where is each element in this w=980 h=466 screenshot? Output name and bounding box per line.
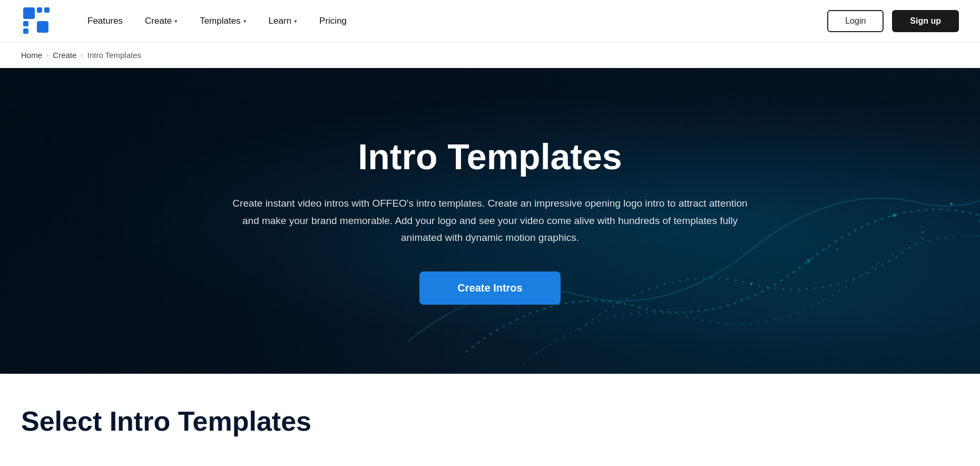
bottom-section: Select Intro Templates bbox=[0, 374, 980, 466]
breadcrumb-current: Intro Templates bbox=[87, 51, 141, 60]
svg-point-7 bbox=[922, 231, 924, 234]
nav-links: Features Create ▾ Templates ▾ Learn ▾ Pr… bbox=[79, 12, 827, 31]
logo[interactable] bbox=[21, 5, 53, 37]
svg-point-10 bbox=[807, 259, 810, 263]
hero-description: Create instant video intros with OFFEO's… bbox=[232, 195, 748, 246]
breadcrumb-home[interactable]: Home bbox=[21, 51, 42, 60]
navbar: Features Create ▾ Templates ▾ Learn ▾ Pr… bbox=[0, 0, 980, 42]
nav-templates[interactable]: Templates ▾ bbox=[191, 12, 254, 31]
hero-section: Intro Templates Create instant video int… bbox=[0, 68, 980, 374]
learn-chevron-icon: ▾ bbox=[294, 18, 297, 25]
nav-pricing[interactable]: Pricing bbox=[311, 12, 355, 31]
login-button[interactable]: Login bbox=[827, 10, 884, 32]
svg-rect-0 bbox=[23, 7, 35, 19]
svg-rect-2 bbox=[44, 7, 50, 13]
breadcrumb-separator-1: › bbox=[46, 51, 48, 59]
hero-content: Intro Templates Create instant video int… bbox=[211, 137, 769, 305]
nav-create[interactable]: Create ▾ bbox=[136, 12, 186, 31]
svg-rect-1 bbox=[37, 7, 42, 13]
nav-auth: Login Sign up bbox=[827, 10, 959, 32]
nav-features[interactable]: Features bbox=[79, 12, 131, 31]
templates-chevron-icon: ▾ bbox=[243, 18, 247, 25]
breadcrumb-create[interactable]: Create bbox=[53, 51, 76, 60]
svg-point-11 bbox=[836, 248, 838, 250]
svg-rect-5 bbox=[37, 21, 48, 33]
svg-rect-4 bbox=[23, 28, 28, 34]
breadcrumb: Home › Create › Intro Templates bbox=[0, 42, 980, 68]
select-templates-title: Select Intro Templates bbox=[21, 405, 959, 437]
breadcrumb-separator-2: › bbox=[81, 51, 83, 59]
hero-title: Intro Templates bbox=[232, 137, 748, 177]
create-chevron-icon: ▾ bbox=[174, 18, 178, 25]
svg-rect-3 bbox=[23, 21, 28, 26]
signup-button[interactable]: Sign up bbox=[892, 10, 959, 32]
nav-learn[interactable]: Learn ▾ bbox=[260, 12, 306, 31]
svg-point-8 bbox=[950, 202, 953, 205]
svg-point-6 bbox=[893, 213, 896, 217]
create-intros-button[interactable]: Create Intros bbox=[419, 271, 560, 305]
